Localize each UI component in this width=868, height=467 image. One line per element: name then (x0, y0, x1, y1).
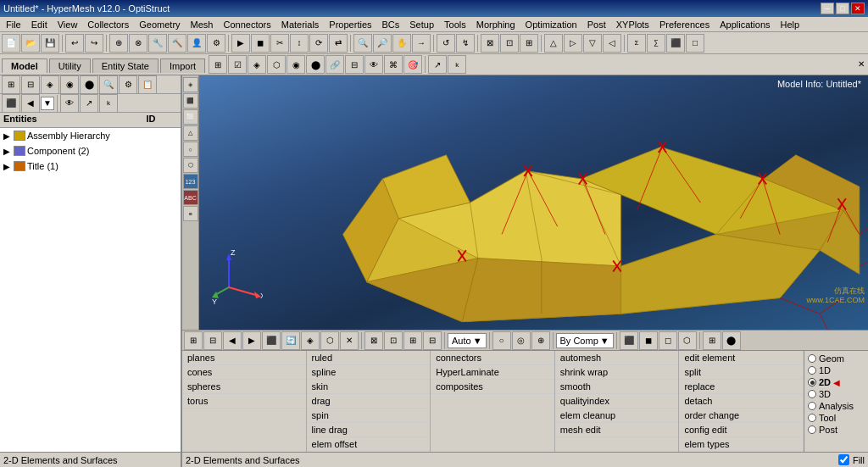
tb3[interactable]: ⊕ (109, 34, 128, 53)
tab-entity-state[interactable]: Entity State (92, 58, 159, 73)
cell-elem-types[interactable]: elem types (679, 437, 804, 452)
menu-item-view[interactable]: View (53, 19, 82, 31)
bt-b6[interactable]: 🔄 (281, 331, 300, 350)
viewport[interactable]: Model Info: Untitled* 1CAE.COM (199, 75, 868, 330)
bt-b19[interactable]: ◻ (659, 331, 677, 350)
lt1-b4[interactable]: ◉ (60, 75, 79, 94)
cell-skin[interactable]: skin (307, 380, 431, 394)
side-btn-6[interactable]: ⬡ (183, 158, 198, 173)
menu-item-preferences[interactable]: Preferences (655, 19, 714, 31)
lt1-b3[interactable]: ◈ (41, 75, 59, 94)
opt-post[interactable]: Post (808, 425, 865, 435)
menu-item-properties[interactable]: Properties (325, 19, 376, 31)
menu-item-geometry[interactable]: Geometry (135, 19, 184, 31)
tb16[interactable]: 🔎 (373, 34, 392, 53)
save-button[interactable]: 💾 (41, 34, 59, 53)
t2-btn7[interactable]: 🔗 (326, 55, 344, 74)
lt2-dropdown[interactable]: ▼ (41, 97, 54, 110)
bt-b18[interactable]: ◼ (639, 331, 658, 350)
cell-config-edit[interactable]: config edit (679, 423, 804, 437)
tb5[interactable]: 🔧 (148, 34, 167, 53)
tb14[interactable]: ⇄ (329, 34, 348, 53)
tb27[interactable]: ◁ (603, 34, 621, 53)
bt-b9[interactable]: ✕ (340, 331, 359, 350)
cell-planes[interactable]: planes (182, 351, 306, 365)
t2-btn3[interactable]: ◈ (248, 55, 266, 74)
side-btn-7[interactable]: 123 (183, 174, 198, 189)
menu-item-post[interactable]: Post (583, 19, 610, 31)
close-button[interactable]: ✕ (851, 3, 865, 14)
side-btn-9[interactable]: ≡ (183, 206, 198, 221)
cell-elem-offset[interactable]: elem offset (307, 437, 431, 452)
tb15[interactable]: 🔍 (353, 34, 372, 53)
tb31[interactable]: □ (686, 34, 704, 53)
lt1-b5[interactable]: ⬤ (80, 75, 98, 94)
new-button[interactable]: 📄 (2, 34, 20, 53)
opt-analysis[interactable]: Analysis (808, 401, 865, 411)
fill-checkbox[interactable] (838, 454, 849, 465)
tb8[interactable]: ⚙ (207, 34, 225, 53)
tb26[interactable]: ▽ (583, 34, 602, 53)
cell-connectors[interactable]: connectors (431, 351, 554, 365)
tb13[interactable]: ⟳ (309, 34, 328, 53)
lt1-b2[interactable]: ⊟ (21, 75, 40, 94)
minimize-button[interactable]: ─ (821, 3, 834, 14)
tb19[interactable]: ↺ (437, 34, 455, 53)
bt-b12[interactable]: ⊞ (403, 331, 422, 350)
tb30[interactable]: ⬛ (666, 34, 685, 53)
bt-b22[interactable]: ⬤ (722, 331, 741, 350)
bt-b14[interactable]: ○ (492, 331, 511, 350)
menu-item-edit[interactable]: Edit (27, 19, 52, 31)
opt-1d[interactable]: 1D (808, 365, 865, 375)
radio-tool[interactable] (808, 414, 816, 422)
cell-replace[interactable]: replace (679, 380, 804, 394)
cell-torus[interactable]: torus (182, 394, 306, 409)
tree-item-component[interactable]: ▶ Component (2) (0, 143, 181, 158)
radio-3d[interactable] (808, 390, 816, 398)
cell-cones[interactable]: cones (182, 365, 306, 380)
redo-button[interactable]: ↪ (85, 34, 103, 53)
lt1-b8[interactable]: 📋 (138, 75, 157, 94)
lt2-b5[interactable]: k (99, 94, 118, 113)
tb23[interactable]: ⊞ (520, 34, 538, 53)
opt-3d[interactable]: 3D (808, 389, 865, 399)
bt-b16[interactable]: ⊕ (531, 331, 550, 350)
cell-detach[interactable]: detach (679, 394, 804, 409)
by-comp-dropdown[interactable]: By Comp ▼ (556, 333, 614, 348)
menu-item-bcs[interactable]: BCs (378, 19, 404, 31)
lt2-b2[interactable]: ◀ (21, 94, 40, 113)
tree-expand-title[interactable]: ▶ (3, 162, 14, 171)
tree-item-assembly[interactable]: ▶ Assembly Hierarchy (0, 128, 181, 143)
t2-btn13[interactable]: k (448, 55, 466, 74)
bt-b21[interactable]: ⊞ (703, 331, 721, 350)
t2-btn9[interactable]: 👁 (364, 55, 383, 74)
menu-item-materials[interactable]: Materials (277, 19, 324, 31)
cell-hyperlaminate[interactable]: HyperLaminate (431, 365, 554, 380)
maximize-button[interactable]: □ (836, 3, 849, 14)
bt-b17[interactable]: ⬛ (620, 331, 638, 350)
close-left-panel-btn[interactable]: ✕ (854, 54, 868, 73)
opt-geom[interactable]: Geom (808, 353, 865, 364)
tb12[interactable]: ↕ (290, 34, 309, 53)
side-btn-4[interactable]: △ (183, 125, 198, 141)
opt-2d[interactable]: 2D ◀ (808, 377, 865, 387)
menu-item-connectors[interactable]: Connectors (219, 19, 275, 31)
menu-item-help[interactable]: Help (776, 19, 804, 31)
side-btn-8[interactable]: ABC (183, 190, 198, 205)
menu-item-mesh[interactable]: Mesh (186, 19, 218, 31)
cell-smooth[interactable]: smooth (555, 380, 679, 394)
t2-btn6[interactable]: ⬤ (306, 55, 325, 74)
cell-edit-element[interactable]: edit element (679, 351, 804, 365)
cell-split[interactable]: split (679, 365, 804, 380)
cell-shrink-wrap[interactable]: shrink wrap (555, 365, 679, 380)
tb21[interactable]: ⊠ (481, 34, 499, 53)
t2-btn10[interactable]: ⌘ (384, 55, 403, 74)
cell-automesh[interactable]: automesh (555, 351, 679, 365)
cell-line-drag[interactable]: line drag (307, 423, 431, 437)
bt-b4[interactable]: ▶ (242, 331, 261, 350)
tree-item-title[interactable]: ▶ Title (1) (0, 158, 181, 174)
tb20[interactable]: ↯ (456, 34, 475, 53)
open-button[interactable]: 📂 (21, 34, 40, 53)
menu-item-xyplots[interactable]: XYPlots (612, 19, 654, 31)
tb10[interactable]: ◼ (251, 34, 270, 53)
